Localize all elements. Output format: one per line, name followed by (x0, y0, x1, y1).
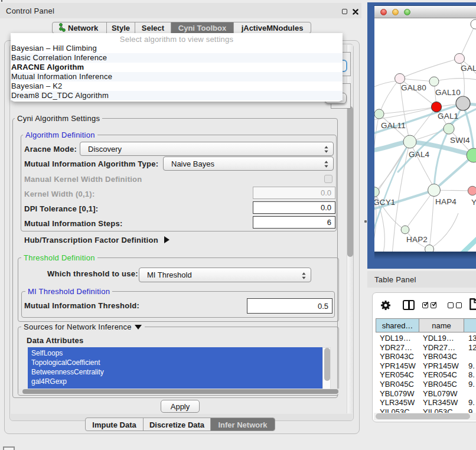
svg-text:HAP4: HAP4 (435, 197, 457, 206)
svg-text:GAL: GAL (461, 64, 476, 73)
svg-text:GAL80: GAL80 (401, 83, 426, 92)
svg-text:GCY1: GCY1 (374, 198, 396, 207)
svg-text:GAL11: GAL11 (381, 121, 406, 130)
svg-text:HAP2: HAP2 (406, 235, 428, 244)
svg-text:GAL4: GAL4 (409, 150, 430, 159)
svg-text:GAL1: GAL1 (438, 112, 458, 120)
svg-text:Y: Y (471, 198, 476, 207)
svg-text:GAL10: GAL10 (435, 88, 461, 97)
svg-text:SWI4: SWI4 (450, 136, 470, 145)
